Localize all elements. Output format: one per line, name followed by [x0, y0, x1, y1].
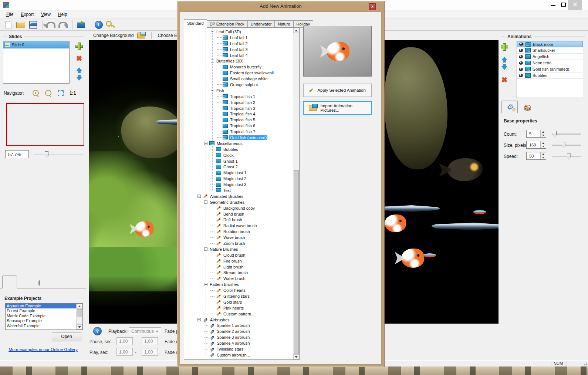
tree-item[interactable]: Magic dust 1 — [184, 170, 293, 176]
tree-item[interactable]: Water brush — [184, 276, 293, 281]
tree-item[interactable]: Fish — [184, 88, 293, 94]
tree-expander-slot[interactable] — [216, 76, 222, 82]
change-background-button[interactable]: Change Background — [93, 33, 134, 38]
tree-expander-slot[interactable] — [209, 176, 216, 182]
tree-expander-slot[interactable] — [203, 281, 209, 287]
tree-expander-slot[interactable] — [209, 58, 216, 64]
example-project-item[interactable]: Seascape Example — [6, 318, 76, 323]
collapse-icon[interactable] — [204, 142, 207, 145]
tree-expander-slot[interactable] — [209, 299, 216, 305]
tree-expander-slot[interactable] — [216, 41, 222, 47]
close-button[interactable]: ✕ — [568, 0, 582, 10]
tree-item[interactable]: Radial wave brush — [184, 223, 293, 229]
visibility-eye-icon[interactable] — [519, 61, 523, 65]
visibility-eye-icon[interactable] — [519, 68, 523, 71]
tree-item[interactable]: Tropical fish 7 — [184, 129, 293, 135]
stepper-arrows[interactable] — [540, 141, 546, 148]
tree-expander-slot[interactable] — [216, 105, 222, 111]
tree-item[interactable]: Bubbles — [184, 146, 293, 152]
tree-expander-slot[interactable] — [196, 193, 202, 199]
visibility-eye-icon[interactable] — [519, 43, 524, 46]
category-tab[interactable]: Nature — [275, 20, 293, 28]
visibility-eye-icon[interactable] — [519, 55, 523, 58]
zoom-value-field[interactable]: 57.7% — [5, 150, 29, 158]
play-to-field[interactable]: 1,00 — [142, 348, 158, 356]
tab-base-properties[interactable]: ⚙ — [501, 101, 518, 113]
tree-expander-slot[interactable] — [209, 252, 216, 258]
tree-item[interactable]: Stream brush — [184, 270, 293, 276]
size-stepper[interactable]: 160 — [526, 141, 546, 149]
count-stepper[interactable]: 5 — [526, 130, 546, 138]
collapse-icon[interactable] — [204, 283, 207, 286]
zoom-in-icon[interactable] — [33, 90, 42, 97]
tree-expander-slot[interactable] — [216, 135, 222, 141]
tree-expander-slot[interactable] — [209, 229, 216, 234]
tree-item[interactable]: Geometric Brushes — [184, 199, 293, 205]
collapse-icon[interactable] — [211, 30, 214, 33]
tree-expander-slot[interactable] — [203, 246, 209, 252]
info-icon[interactable] — [90, 20, 104, 30]
key-icon[interactable] — [105, 20, 116, 30]
tree-expander-slot[interactable] — [209, 311, 216, 317]
example-project-item[interactable]: Waterfall Example — [6, 324, 76, 328]
slide-item[interactable]: Slide 0 — [3, 41, 69, 48]
tree-item[interactable]: Orange sulphur — [184, 82, 293, 88]
tree-item[interactable]: Tropical fish 3 — [184, 105, 293, 111]
tree-item[interactable]: Ghost 2 — [184, 164, 293, 170]
tree-expander-slot[interactable] — [209, 240, 216, 246]
add-slide-button[interactable] — [75, 41, 84, 51]
scroll-up-icon[interactable] — [77, 304, 82, 309]
tree-item[interactable]: Leaf fall 3 — [184, 47, 293, 53]
tree-item[interactable]: Tropical fish 1 — [184, 94, 293, 99]
tree-expander-slot[interactable] — [209, 223, 216, 229]
pause-to-field[interactable]: 1,00 — [142, 337, 158, 345]
tree-item[interactable]: Magic dust 2 — [184, 176, 293, 182]
tree-expander-slot[interactable] — [216, 53, 222, 58]
category-tab[interactable]: Standard — [184, 19, 207, 28]
navigator-thumbnail[interactable] — [6, 103, 84, 146]
scroll-down-icon[interactable] — [77, 324, 82, 330]
collapse-icon[interactable] — [204, 247, 207, 251]
animation-item[interactable]: Sharksucker — [517, 47, 583, 54]
size-slider-thumb[interactable] — [562, 142, 565, 148]
tree-expander-slot[interactable] — [209, 264, 216, 270]
tree-item[interactable]: Gold fish (animated) — [184, 135, 293, 141]
project-tab[interactable] — [17, 277, 32, 288]
tree-item[interactable]: Twinkling stars — [184, 346, 293, 352]
animation-item[interactable]: Black moor — [517, 41, 583, 47]
tree-expander-slot[interactable] — [203, 346, 209, 352]
tree-expander-slot[interactable] — [209, 152, 216, 158]
tree-item[interactable]: Pink hearts — [184, 305, 293, 311]
move-animation-down-button[interactable] — [500, 63, 509, 73]
scrollbar-thumb[interactable] — [294, 170, 299, 354]
project-tab[interactable] — [2, 276, 17, 288]
move-slide-down-button[interactable] — [75, 74, 84, 84]
tree-expander-slot[interactable] — [216, 117, 222, 123]
tree-item[interactable]: Sparkle 3 airbrush — [184, 334, 293, 340]
scroll-up-icon[interactable] — [293, 28, 299, 33]
collapse-icon[interactable] — [211, 89, 214, 92]
tree-item[interactable]: Sparkle 4 airbrush — [184, 340, 293, 346]
tree-expander-slot[interactable] — [203, 328, 209, 334]
tree-expander-slot[interactable] — [216, 70, 222, 76]
tree-expander-slot[interactable] — [209, 211, 216, 217]
tree-scrollbar[interactable] — [293, 28, 299, 359]
play-from-field[interactable]: 1,00 — [116, 348, 133, 356]
resize-grip[interactable] — [583, 361, 587, 366]
tree-item[interactable]: Pattern Brushes — [184, 281, 293, 287]
menu-item[interactable]: File — [3, 11, 17, 18]
open-example-button[interactable]: Open — [52, 332, 81, 341]
stepper-arrows[interactable] — [540, 130, 546, 137]
tree-item[interactable]: Small cabbage white — [184, 76, 293, 82]
scroll-down-icon[interactable] — [293, 354, 299, 359]
tree-expander-slot[interactable] — [209, 164, 216, 170]
category-tab[interactable]: DP Extension Pack — [207, 20, 248, 28]
tree-item[interactable]: Light brush — [184, 264, 293, 270]
tree-item[interactable]: Clock — [184, 152, 293, 158]
tree-item[interactable]: Tropical fish 5 — [184, 117, 293, 123]
speed-slider-thumb[interactable] — [567, 153, 571, 159]
tree-item[interactable]: Custom airbrush... — [184, 352, 293, 358]
tree-item[interactable]: Custom pattern... — [184, 311, 293, 317]
tree-item[interactable]: Bend brush — [184, 211, 293, 217]
animations-list[interactable]: Black moor Sharksucker Angelfish — [517, 41, 583, 98]
